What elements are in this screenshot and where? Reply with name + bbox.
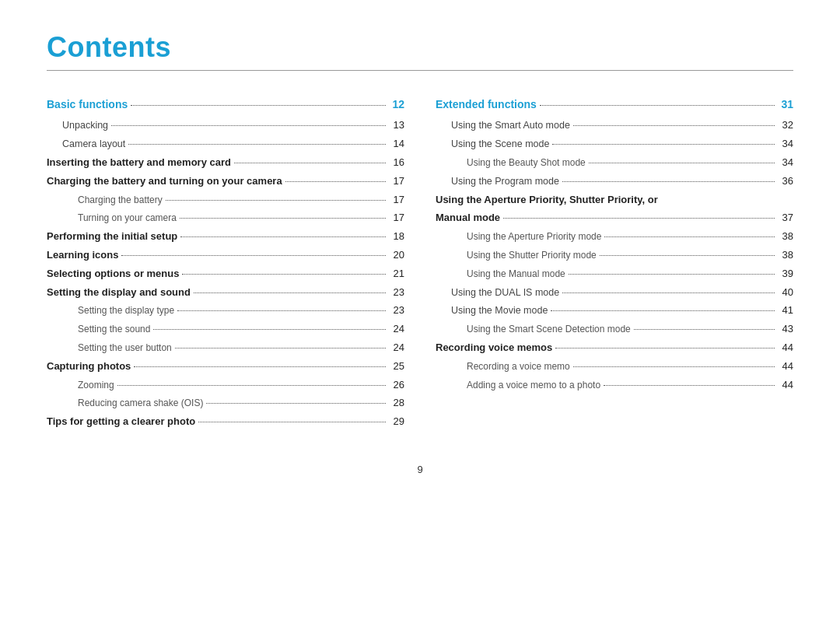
toc-entry-dots — [604, 385, 775, 386]
toc-entry-label: Adding a voice memo to a photo — [436, 378, 600, 393]
toc-entry-page: 38 — [778, 247, 793, 264]
toc-entry-label: Recording a voice memo — [436, 359, 570, 374]
toc-container: Basic functions 12 Unpacking13Camera lay… — [47, 94, 793, 433]
page-footer: 9 — [47, 464, 793, 475]
toc-entry-label: Using the Beauty Shot mode — [436, 156, 586, 170]
toc-entry-page: 24 — [389, 340, 404, 356]
toc-entry-dots — [604, 236, 775, 237]
toc-entry: Performing the initial setup18 — [47, 229, 404, 245]
left-section-heading: Basic functions — [47, 96, 128, 113]
toc-entry-label: Learning icons — [47, 247, 118, 264]
toc-entry-label: Tips for getting a clearer photo — [47, 414, 195, 430]
toc-entry-page: 44 — [778, 340, 793, 356]
toc-entry-dots — [175, 348, 386, 349]
toc-entry-dots — [182, 274, 386, 275]
toc-entry-dots — [180, 236, 386, 237]
right-column: Extended functions 31 Using the Smart Au… — [436, 94, 793, 433]
toc-entry-page: 16 — [389, 155, 404, 171]
toc-entry-dots — [552, 144, 775, 145]
toc-entry: Inserting the battery and memory card16 — [47, 155, 404, 171]
toc-entry-label: Setting the sound — [47, 322, 150, 337]
toc-entry: Reducing camera shake (OIS)28 — [47, 395, 404, 412]
toc-entry-dots — [589, 163, 775, 163]
toc-entry-page: 18 — [389, 229, 404, 245]
toc-entry: Adding a voice memo to a photo44 — [436, 377, 793, 394]
toc-entry-label: Using the DUAL IS mode — [436, 285, 559, 300]
toc-entry-page: 34 — [778, 155, 793, 171]
toc-entry-page: 37 — [778, 210, 793, 226]
toc-entry: Recording a voice memo44 — [436, 359, 793, 375]
toc-entry: Using the DUAL IS mode40 — [436, 285, 793, 301]
toc-entry-label: Setting the display type — [47, 303, 174, 318]
toc-entry-label: Capturing photos — [47, 359, 131, 375]
toc-entry-dots — [285, 181, 386, 182]
toc-entry-label: Using the Scene mode — [436, 136, 549, 152]
toc-entry-dots — [562, 181, 775, 182]
toc-entry-label: Setting the user button — [47, 341, 172, 356]
toc-entry: Setting the sound24 — [47, 321, 404, 338]
toc-entry-dots — [153, 329, 386, 330]
toc-entry-dots — [600, 255, 775, 256]
left-entries: Unpacking13Camera layout14Inserting the … — [47, 117, 404, 430]
toc-entry-page: 28 — [389, 395, 404, 412]
toc-entry-page: 38 — [778, 229, 793, 245]
toc-entry-page: 21 — [389, 266, 404, 282]
toc-entry-page: 34 — [778, 136, 793, 152]
toc-entry: Camera layout14 — [47, 136, 404, 152]
toc-entry-page: 17 — [389, 173, 404, 190]
toc-entry-page: 44 — [778, 377, 793, 394]
toc-entry-dots — [177, 310, 386, 311]
toc-entry-dots — [198, 422, 386, 422]
left-heading-entry: Basic functions 12 — [47, 96, 404, 116]
toc-entry-label: Unpacking — [47, 117, 108, 133]
toc-entry-page: 39 — [778, 266, 793, 282]
toc-entry-label: Manual mode — [436, 210, 500, 226]
toc-entry: Turning on your camera17 — [47, 210, 404, 226]
toc-entry-label: Zooming — [47, 378, 114, 393]
toc-entry-page: 14 — [389, 136, 404, 152]
toc-entry-page: 36 — [778, 173, 793, 190]
toc-entry: Using the Smart Scene Detection mode43 — [436, 321, 793, 338]
toc-entry-page: 44 — [778, 359, 793, 375]
toc-entry-dots — [503, 218, 775, 219]
toc-entry: Setting the display type23 — [47, 303, 404, 319]
toc-entry-label: Reducing camera shake (OIS) — [47, 396, 203, 411]
toc-entry-dots — [206, 403, 386, 404]
toc-entry: Setting the display and sound23 — [47, 285, 404, 301]
toc-entry-page: 43 — [778, 321, 793, 338]
toc-entry-page: 17 — [389, 192, 404, 208]
toc-entry-label: Camera layout — [47, 136, 125, 152]
toc-entry-dots — [573, 125, 775, 126]
toc-entry-label: Recording voice memos — [436, 340, 552, 356]
right-section-heading: Extended functions — [436, 96, 537, 113]
toc-entry-dots — [562, 292, 775, 293]
toc-entry: Manual mode37 — [436, 210, 793, 226]
toc-entry: Using the Aperture Priority, Shutter Pri… — [436, 192, 793, 208]
toc-entry-dots — [555, 348, 775, 349]
toc-entry-page: 20 — [389, 247, 404, 264]
toc-entry: Using the Beauty Shot mode34 — [436, 155, 793, 171]
toc-entry-label: Setting the display and sound — [47, 285, 191, 301]
toc-entry-dots — [166, 200, 386, 201]
toc-entry: Tips for getting a clearer photo29 — [47, 414, 404, 430]
toc-entry-page: 17 — [389, 210, 404, 226]
toc-entry-label: Using the Shutter Priority mode — [436, 248, 597, 263]
toc-entry: Using the Scene mode34 — [436, 136, 793, 152]
toc-entry-label: Using the Aperture Priority mode — [436, 229, 601, 244]
toc-entry-dots — [121, 255, 386, 256]
left-heading-page: 12 — [389, 96, 404, 113]
toc-entry: Using the Program mode36 — [436, 173, 793, 190]
toc-entry-dots — [634, 329, 775, 330]
toc-entry-dots — [551, 310, 775, 311]
left-heading-dots — [131, 105, 386, 106]
toc-entry: Learning icons20 — [47, 247, 404, 264]
toc-entry: Using the Aperture Priority mode38 — [436, 229, 793, 245]
toc-entry-dots — [128, 144, 386, 145]
toc-entry-label: Turning on your camera — [47, 211, 177, 226]
toc-entry: Charging the battery and turning on your… — [47, 173, 404, 190]
right-heading-dots — [540, 105, 775, 106]
toc-entry-label: Performing the initial setup — [47, 229, 177, 245]
toc-entry-label: Inserting the battery and memory card — [47, 155, 231, 171]
toc-entry-label: Using the Aperture Priority, Shutter Pri… — [436, 192, 658, 208]
toc-entry: Capturing photos25 — [47, 359, 404, 375]
